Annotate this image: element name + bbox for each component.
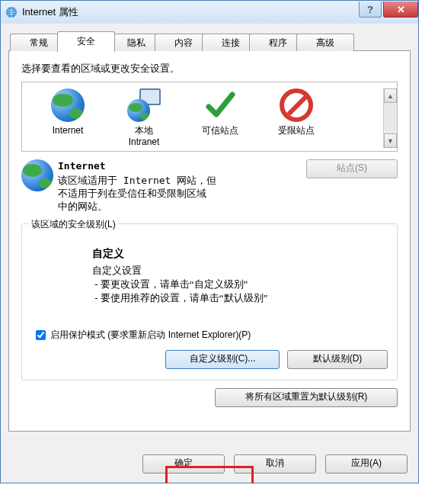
zone-name: Internet [58, 159, 306, 172]
dialog-footer: 确定 取消 应用(A) [8, 454, 411, 474]
scroll-down-icon[interactable]: ▼ [384, 133, 397, 148]
apply-button[interactable]: 应用(A) [325, 454, 408, 474]
zone-scrollbar[interactable]: ▲ ▼ [383, 88, 397, 148]
checkmark-icon [203, 88, 237, 122]
restricted-icon [280, 88, 313, 122]
zone-list: Internet 本地Intranet 可信站点 受限站点 ▲ ▼ [21, 82, 398, 152]
tab-strip: 常规 安全 隐私 内容 连接 程序 高级 [8, 31, 411, 51]
globe-icon [51, 88, 85, 122]
default-level-button[interactable]: 默认级别(D) [287, 350, 388, 369]
help-button[interactable]: ? [359, 2, 382, 18]
protected-mode-checkbox[interactable] [36, 330, 46, 340]
tab-advanced[interactable]: 高级 [296, 34, 354, 51]
intranet-icon [127, 88, 161, 122]
zone-local-intranet[interactable]: 本地Intranet [106, 88, 182, 148]
custom-level-button[interactable]: 自定义级别(C)... [165, 350, 280, 369]
group-legend: 该区域的安全级别(L) [28, 218, 119, 231]
reset-all-button[interactable]: 将所有区域重置为默认级别(R) [215, 388, 398, 407]
sites-button: 站点(S) [306, 159, 398, 178]
zone-trusted[interactable]: 可信站点 [182, 88, 258, 148]
window-title: Internet 属性 [22, 5, 359, 19]
window-icon [5, 6, 18, 18]
level-name: 自定义 [92, 247, 388, 261]
cancel-button[interactable]: 取消 [234, 454, 316, 474]
close-button[interactable]: ✕ [383, 2, 418, 18]
zone-desc: 该区域适用于 Internet 网站，但 不适用于列在受信任和受限制区域 中的网… [58, 174, 306, 213]
ok-button[interactable]: 确定 [142, 454, 225, 474]
protected-mode-label: 启用保护模式 (要求重新启动 Internet Explorer)(P) [50, 329, 251, 342]
zone-info: Internet 该区域适用于 Internet 网站，但 不适用于列在受信任和… [21, 159, 398, 213]
security-level-group: 该区域的安全级别(L) 自定义 自定义设置 - 要更改设置，请单击“自定义级别”… [21, 223, 398, 380]
globe-icon [21, 159, 53, 191]
zone-prompt: 选择要查看的区域或更改安全设置。 [21, 62, 398, 75]
zone-internet[interactable]: Internet [30, 88, 106, 148]
internet-options-window: Internet 属性 ? ✕ 常规 安全 隐私 内容 连接 程序 高级 选择要… [0, 0, 419, 483]
tab-security[interactable]: 安全 [57, 31, 115, 52]
zone-restricted[interactable]: 受限站点 [258, 88, 334, 148]
scroll-up-icon[interactable]: ▲ [384, 88, 397, 103]
security-panel: 选择要查看的区域或更改安全设置。 Internet 本地Intranet 可信站… [8, 50, 411, 432]
level-desc: 自定义设置 - 要更改设置，请单击“自定义级别” - 要使用推荐的设置，请单击“… [92, 264, 388, 305]
title-bar[interactable]: Internet 属性 ? ✕ [1, 1, 418, 24]
